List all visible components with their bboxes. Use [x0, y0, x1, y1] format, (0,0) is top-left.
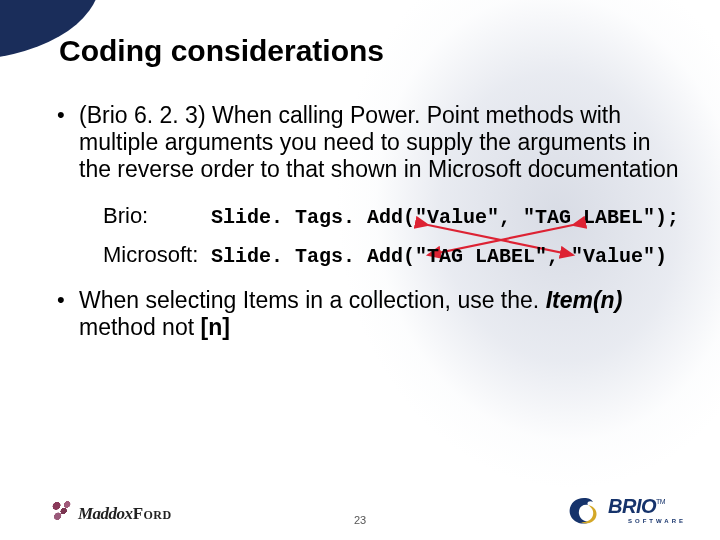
bullet-list: (Brio 6. 2. 3) When calling Power. Point… [55, 102, 680, 341]
bullet-2-method: Item(n) [546, 287, 623, 313]
bullet-1: (Brio 6. 2. 3) When calling Power. Point… [55, 102, 680, 269]
example-ms-label: Microsoft: [103, 242, 205, 268]
bullet-2: When selecting Items in a collection, us… [55, 287, 680, 341]
slide-content: Coding considerations (Brio 6. 2. 3) Whe… [0, 0, 720, 540]
example-brio: Brio: Slide. Tags. Add("Value", "TAG LAB… [103, 203, 680, 230]
example-brio-label: Brio: [103, 203, 205, 229]
example-ms-code: Slide. Tags. Add("TAG LABEL", "Value") [211, 245, 667, 269]
bullet-2-middle: method not [79, 314, 200, 340]
example-brio-code: Slide. Tags. Add("Value", "TAG LABEL"); [211, 206, 679, 230]
slide-title: Coding considerations [59, 34, 680, 68]
example-microsoft: Microsoft: Slide. Tags. Add("TAG LABEL",… [103, 242, 680, 269]
code-examples: Brio: Slide. Tags. Add("Value", "TAG LAB… [103, 203, 680, 268]
bullet-1-text: (Brio 6. 2. 3) When calling Power. Point… [79, 102, 679, 182]
bullet-2-bracket: [n] [200, 314, 229, 340]
bullet-2-prefix: When selecting Items in a collection, us… [79, 287, 546, 313]
